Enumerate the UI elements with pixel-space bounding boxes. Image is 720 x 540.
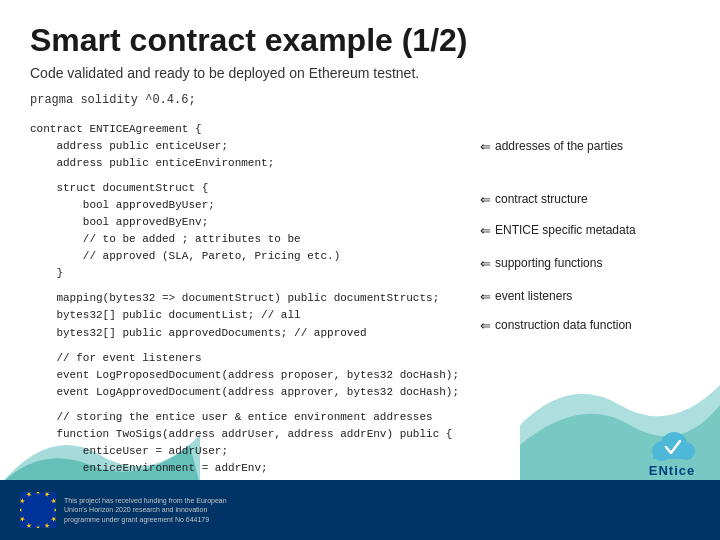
annotation-3: ⇐ ENTICE specific metadata (480, 223, 690, 238)
code-line: bytes32[] public documentList; // all (30, 307, 470, 324)
code-section-2: struct documentStruct { bool approvedByU… (30, 180, 470, 282)
eu-flag-icon (20, 492, 56, 528)
annotation-1: ⇐ addresses of the parties (480, 139, 690, 154)
code-line: address public enticeUser; (30, 138, 470, 155)
annotation-5: ⇐ event listeners (480, 289, 690, 304)
code-line: function TwoSigs(address addrUser, addre… (30, 426, 470, 443)
annotation-6: ⇐ construction data function (480, 318, 690, 333)
code-line: mapping(bytes32 => documentStruct) publi… (30, 290, 470, 307)
annotation-text-4: supporting functions (495, 256, 602, 270)
annotation-2: ⇐ contract structure (480, 192, 690, 207)
code-line: address public enticeEnvironment; (30, 155, 470, 172)
pragma-line: pragma solidity ^0.4.6; (30, 93, 690, 107)
page-title: Smart contract example (1/2) (30, 22, 690, 59)
code-and-annotations: contract ENTICEAgreement { address publi… (30, 121, 690, 519)
code-line: struct documentStruct { (30, 180, 470, 197)
arrow-icon-3: ⇐ (480, 223, 491, 238)
code-section-1: contract ENTICEAgreement { address publi… (30, 121, 470, 172)
arrow-icon-5: ⇐ (480, 289, 491, 304)
svg-rect-4 (20, 492, 56, 528)
code-line: // for event listeners (30, 350, 470, 367)
arrow-icon-2: ⇐ (480, 192, 491, 207)
code-section-4: // for event listeners event LogProposed… (30, 350, 470, 401)
footer-eu-text: This project has received funding from t… (64, 496, 244, 523)
footer-bar: This project has received funding from t… (0, 480, 720, 540)
entice-cloud-icon (642, 425, 702, 467)
annotation-text-2: contract structure (495, 192, 588, 206)
annotation-text-1: addresses of the parties (495, 139, 623, 153)
code-line: // approved (SLA, Pareto, Pricing etc.) (30, 248, 470, 265)
entice-logo: ENtice (642, 425, 702, 478)
code-line: } (30, 265, 470, 282)
arrow-icon-6: ⇐ (480, 318, 491, 333)
code-line: event LogApprovedDocument(address approv… (30, 384, 470, 401)
eu-logo-block: This project has received funding from t… (20, 492, 244, 528)
code-line: event LogProposedDocument(address propos… (30, 367, 470, 384)
arrow-icon-4: ⇐ (480, 256, 491, 271)
annotation-text-5: event listeners (495, 289, 572, 303)
annotation-4: ⇐ supporting functions (480, 256, 690, 271)
annotation-text-3: ENTICE specific metadata (495, 223, 636, 237)
code-line: bool approvedByUser; (30, 197, 470, 214)
code-section-3: mapping(bytes32 => documentStruct) publi… (30, 290, 470, 341)
code-line: contract ENTICEAgreement { (30, 121, 470, 138)
code-line: bool approvedByEnv; (30, 214, 470, 231)
entice-brand-label: ENtice (649, 463, 695, 478)
arrow-icon-1: ⇐ (480, 139, 491, 154)
code-line: // storing the entice user & entice envi… (30, 409, 470, 426)
page-subtitle: Code validated and ready to be deployed … (30, 65, 690, 81)
code-block: contract ENTICEAgreement { address publi… (30, 121, 480, 519)
code-line: bytes32[] public approvedDocuments; // a… (30, 325, 470, 342)
annotation-text-6: construction data function (495, 318, 632, 332)
code-line: enticeUser = addrUser; (30, 443, 470, 460)
main-content: Smart contract example (1/2) Code valida… (0, 0, 720, 519)
code-line: // to be added ; attributes to be (30, 231, 470, 248)
code-line: enticeEnvironment = addrEnv; (30, 460, 470, 477)
